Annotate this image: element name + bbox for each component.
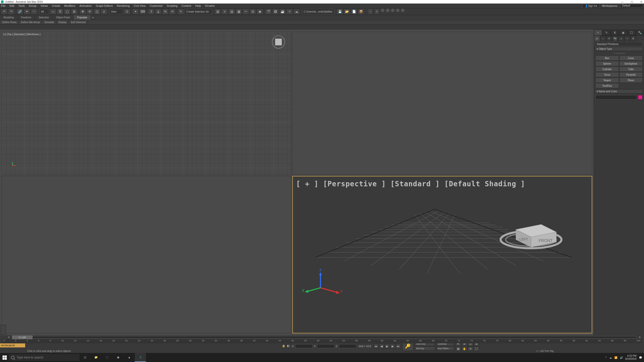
close-button[interactable]: ✕	[639, 1, 643, 3]
time-slider-track[interactable]: 0 / 100	[12, 336, 636, 339]
archive-button[interactable]: 📦	[358, 9, 364, 15]
notification-center-icon[interactable]: 💬	[639, 356, 642, 359]
primitive-box[interactable]: Box	[595, 56, 619, 61]
menu-customize[interactable]: Customize	[150, 4, 163, 7]
keyboard-shortcut-button[interactable]: ⌨	[139, 9, 146, 15]
time-ruler[interactable]: 0246810121416182022242628303234363840424…	[3, 339, 641, 343]
primitive-tube[interactable]: Tube	[619, 67, 643, 72]
setkey-button[interactable]: Set Key	[415, 346, 435, 350]
zoom-region-button[interactable]: ◧	[456, 346, 461, 351]
menu-views[interactable]: Views	[41, 4, 48, 7]
menu-file[interactable]: File	[1, 4, 6, 7]
workspace-dropdown[interactable]: Default	[620, 4, 643, 8]
hierarchy-tab[interactable]: ⬍	[611, 30, 619, 36]
menu-modifiers[interactable]: Modifiers	[64, 4, 75, 7]
angle-snap-button[interactable]: ∡	[155, 9, 162, 15]
menu-edit[interactable]: Edit	[10, 4, 14, 7]
select-rotate-button[interactable]: ⟳	[87, 9, 93, 15]
primitive-textplus[interactable]: TextPlus	[595, 83, 619, 88]
task-view-button[interactable]: ◫	[79, 353, 91, 362]
time-slider-thumb[interactable]: 0 / 100	[12, 336, 32, 339]
maximize-button[interactable]: ▢	[630, 1, 633, 3]
select-manipulate-button[interactable]: ✦	[132, 9, 139, 15]
menu-rendering[interactable]: Rendering	[117, 4, 130, 7]
primitive-pyramid[interactable]: Pyramid	[619, 72, 643, 77]
ribbon-tab-freeform[interactable]: Freeform	[18, 15, 35, 20]
tray-network-icon[interactable]: 📶	[614, 356, 617, 359]
window-crossing-button[interactable]: ⊞	[71, 9, 77, 15]
isolate-selection-icon[interactable]: ◧	[287, 344, 291, 348]
taskbar-autodesk[interactable]: ▲	[124, 353, 135, 362]
named-selection-dropdown[interactable]: Create Selection Se	[185, 9, 212, 14]
new-scene-button[interactable]: 📄	[351, 9, 357, 15]
ref-coord-dropdown[interactable]: View	[109, 9, 123, 14]
menu-civilview[interactable]: Civil View	[134, 4, 145, 7]
viewport-front[interactable]	[292, 32, 592, 175]
curve-editor-button[interactable]: 〜	[243, 9, 249, 15]
lights-category[interactable]: ☀	[606, 36, 612, 41]
pivot-center-button[interactable]: ⊙	[124, 9, 130, 15]
ribbon-tab-populate[interactable]: Populate	[74, 15, 91, 20]
select-object-button[interactable]: ▭	[50, 9, 56, 15]
geometry-category[interactable]: ●	[594, 36, 600, 41]
autogrid-checkbox[interactable]: ☐ AutoGrid	[594, 52, 644, 55]
edit-named-selection-button[interactable]: ✎	[178, 9, 184, 15]
shapes-category[interactable]: ○	[600, 36, 606, 41]
undo-button[interactable]: ↶	[1, 9, 8, 15]
display-tab[interactable]: ☐	[627, 30, 636, 36]
primitive-geosphere[interactable]: GeoSphere	[619, 61, 643, 66]
material-editor-button[interactable]: ◉	[257, 9, 263, 15]
ribbon-panel-defineflows[interactable]: Define Flows	[0, 20, 19, 24]
previous-frame-button[interactable]: ◀	[379, 344, 384, 348]
render-setup-button[interactable]: 🎬	[265, 9, 272, 15]
tray-chevron-icon[interactable]: ^	[606, 356, 607, 359]
select-move-button[interactable]: ✥	[79, 9, 86, 15]
cameras-category[interactable]: 📷	[612, 36, 618, 41]
ribbon-tab-modeling[interactable]: Modeling	[0, 15, 18, 20]
link-button[interactable]: 🔗	[17, 9, 23, 15]
rollout-object-type[interactable]: ▾ Object Type	[595, 47, 643, 51]
project-path-dropdown[interactable]: C:\Users\lo...ents\3dsMax	[302, 9, 335, 14]
spinner-snap-button[interactable]: ⟲	[169, 9, 176, 15]
schematic-view-button[interactable]: ⊟	[250, 9, 256, 15]
object-name-input[interactable]	[595, 95, 637, 100]
rendered-frame-button[interactable]: 🖼	[272, 9, 279, 15]
viewcube[interactable]	[272, 35, 285, 49]
ribbon-panel-editselected[interactable]: Edit Selected	[69, 20, 88, 24]
select-by-name-button[interactable]: ☰	[57, 9, 63, 15]
rectangle-region-button[interactable]: ▢	[64, 9, 70, 15]
ribbon-tab-objectpaint[interactable]: Object Paint	[53, 15, 73, 20]
taskbar-steam[interactable]: ◉	[113, 353, 124, 362]
toggle-ribbon-button[interactable]: ▦	[235, 9, 242, 15]
ribbon-panel-defineidleareas[interactable]: Define Idle Areas	[19, 20, 42, 24]
open-scene-button[interactable]: 📂	[344, 9, 350, 15]
mirror-button[interactable]: ▥	[214, 9, 221, 15]
orbit-button[interactable]: ⟲	[468, 346, 473, 351]
lock-selection-icon[interactable]: 🔒	[282, 344, 286, 348]
taskbar-search[interactable]: Type here to search	[9, 354, 79, 361]
menu-grapheditors[interactable]: Graph Editors	[96, 4, 113, 7]
primitive-torus[interactable]: Torus	[595, 72, 619, 77]
modify-tab[interactable]: ✎	[602, 30, 611, 36]
percent-snap-button[interactable]: %	[162, 9, 169, 15]
motion-tab[interactable]: ◉	[619, 30, 627, 36]
taskbar-clock[interactable]: 4:20 PM 6/24/2018	[625, 354, 637, 360]
selection-filter-dropdown[interactable]: All	[39, 9, 49, 14]
ribbon-panel-simulate[interactable]: Simulate	[42, 20, 56, 24]
signin-button[interactable]: 👤 Sign In ▾	[583, 4, 599, 8]
time-slider-next[interactable]: >	[638, 336, 641, 339]
bind-spacewarp-button[interactable]: 〰	[31, 9, 37, 15]
menu-content[interactable]: Content	[182, 4, 191, 7]
select-place-button[interactable]: ⎚	[101, 9, 107, 15]
menu-animation[interactable]: Animation	[79, 4, 92, 7]
save-scene-button[interactable]: 💾	[337, 9, 343, 15]
maximize-viewport-button[interactable]: ⛶	[474, 346, 479, 351]
create-tab[interactable]: +	[594, 30, 602, 36]
ribbon-expand-icon[interactable]: ▾	[91, 15, 95, 20]
systems-category[interactable]: ⚙	[630, 36, 636, 41]
rollout-name-color[interactable]: ▾ Name and Color	[595, 89, 643, 94]
select-scale-button[interactable]: ◫	[94, 9, 100, 15]
key-filters-button[interactable]: Key Filters...	[436, 346, 454, 350]
tray-onedrive-icon[interactable]: ☁	[609, 356, 612, 359]
viewport-perspective[interactable]: [ + ] [Perspective ] [Standard ] [Defaul…	[292, 176, 592, 333]
